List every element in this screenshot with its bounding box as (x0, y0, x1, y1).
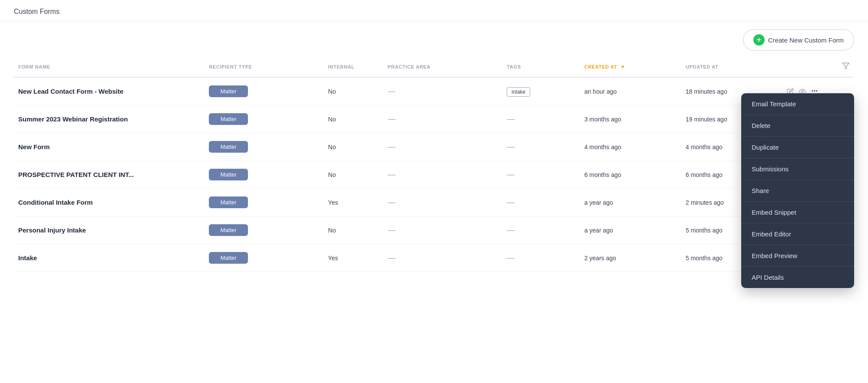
col-header-recipient-type: RECIPIENT TYPE (205, 57, 323, 77)
dropdown-item-api-details[interactable]: API Details (741, 267, 854, 288)
practice-area-cell: — (388, 115, 396, 123)
table-row: Summer 2023 Webinar Registration Matter … (14, 105, 854, 133)
internal-cell: No (328, 144, 336, 151)
tags-cell: — (507, 170, 515, 179)
dropdown-menu: Email Template Delete Duplicate Submissi… (741, 93, 854, 288)
tags-cell: — (507, 142, 515, 151)
col-header-internal: INTERNAL (324, 57, 383, 77)
form-name-cell: Conditional Intake Form (18, 199, 93, 206)
updated-at-cell: 2 minutes ago (686, 199, 724, 206)
internal-cell: No (328, 227, 336, 234)
custom-forms-table: FORM NAME RECIPIENT TYPE INTERNAL PRACTI… (14, 57, 854, 272)
form-name-cell: Personal Injury Intake (18, 226, 86, 234)
plus-icon: + (753, 34, 765, 46)
internal-cell: Yes (328, 199, 338, 206)
tag-badge: intake (507, 87, 530, 97)
dropdown-item-embed-snippet[interactable]: Embed Snippet (741, 202, 854, 223)
dropdown-item-embed-editor[interactable]: Embed Editor (741, 223, 854, 245)
updated-at-cell: 5 months ago (686, 227, 723, 234)
table-header-row: FORM NAME RECIPIENT TYPE INTERNAL PRACTI… (14, 57, 854, 77)
col-header-updated-at: UPDATED AT (681, 57, 782, 77)
recipient-type-badge: Matter (209, 224, 248, 236)
svg-point-1 (802, 91, 803, 92)
col-header-tags: TAGS (502, 57, 580, 77)
form-name-cell: New Lead Contact Form - Website (18, 88, 123, 95)
page-header: Custom Forms (0, 0, 868, 21)
dropdown-item-submissions[interactable]: Submissions (741, 158, 854, 180)
dropdown-item-delete[interactable]: Delete (741, 115, 854, 137)
col-header-practice-area: PRACTICE AREA (383, 57, 502, 77)
dropdown-item-share[interactable]: Share (741, 180, 854, 202)
created-at-cell: 6 months ago (584, 171, 621, 178)
created-at-cell: 2 years ago (584, 255, 616, 262)
updated-at-cell: 19 minutes ago (686, 116, 727, 123)
created-at-cell: a year ago (584, 227, 613, 234)
tags-cell: — (507, 253, 515, 262)
table-row: Personal Injury Intake Matter No — — (14, 216, 854, 244)
form-name-cell: PROSPECTIVE PATENT CLIENT INT... (18, 171, 134, 178)
recipient-type-badge: Matter (209, 113, 248, 125)
updated-at-cell: 18 minutes ago (686, 88, 727, 95)
svg-marker-0 (843, 63, 849, 69)
form-name-cell: New Form (18, 143, 50, 151)
recipient-type-badge: Matter (209, 169, 248, 180)
form-name-cell: Intake (18, 254, 37, 262)
recipient-type-badge: Matter (209, 252, 248, 264)
updated-at-cell: 4 months ago (686, 144, 723, 151)
dropdown-item-embed-preview[interactable]: Embed Preview (741, 245, 854, 267)
table-row: PROSPECTIVE PATENT CLIENT INT... Matter … (14, 161, 854, 189)
recipient-type-badge: Matter (209, 141, 248, 153)
dropdown-item-duplicate[interactable]: Duplicate (741, 137, 854, 158)
practice-area-cell: — (388, 226, 396, 234)
col-header-form-name: FORM NAME (14, 57, 205, 77)
internal-cell: No (328, 171, 336, 178)
page-title: Custom Forms (14, 8, 59, 15)
table-wrapper: FORM NAME RECIPIENT TYPE INTERNAL PRACTI… (0, 57, 868, 272)
created-at-cell: 3 months ago (584, 116, 621, 123)
table-row: New Lead Contact Form - Website Matter N… (14, 77, 854, 105)
form-name-cell: Summer 2023 Webinar Registration (18, 115, 128, 123)
recipient-type-badge: Matter (209, 196, 248, 208)
actions-cell: ··· Email Template Delete Duplicate Subm… (782, 77, 854, 105)
tags-cell: — (507, 226, 515, 234)
col-header-created-at[interactable]: CREATED AT ▼ (580, 57, 681, 77)
created-at-cell: an hour ago (584, 88, 617, 95)
practice-area-cell: — (388, 142, 396, 151)
internal-cell: No (328, 88, 336, 95)
updated-at-cell: 5 months ago (686, 255, 723, 262)
page-container: Custom Forms + Create New Custom Form FO… (0, 0, 868, 383)
internal-cell: No (328, 116, 336, 123)
tags-cell: — (507, 115, 515, 123)
internal-cell: Yes (328, 255, 338, 262)
table-row: New Form Matter No — — 4 month (14, 133, 854, 161)
col-header-filter (782, 57, 854, 77)
create-button-label: Create New Custom Form (768, 36, 844, 44)
filter-icon[interactable] (842, 64, 850, 71)
practice-area-cell: — (388, 253, 396, 262)
table-row: Intake Matter Yes — — 2 years (14, 244, 854, 272)
toolbar: + Create New Custom Form (0, 21, 868, 57)
dropdown-item-email-template[interactable]: Email Template (741, 93, 854, 115)
tags-cell: — (507, 198, 515, 206)
practice-area-cell: — (388, 87, 396, 95)
created-at-cell: a year ago (584, 199, 613, 206)
practice-area-cell: — (388, 198, 396, 206)
created-at-cell: 4 months ago (584, 144, 621, 151)
updated-at-cell: 6 months ago (686, 171, 723, 178)
recipient-type-badge: Matter (209, 85, 248, 97)
sort-arrow-icon: ▼ (620, 64, 626, 69)
practice-area-cell: — (388, 170, 396, 179)
create-new-custom-form-button[interactable]: + Create New Custom Form (743, 29, 854, 51)
table-row: Conditional Intake Form Matter Yes — — (14, 189, 854, 216)
